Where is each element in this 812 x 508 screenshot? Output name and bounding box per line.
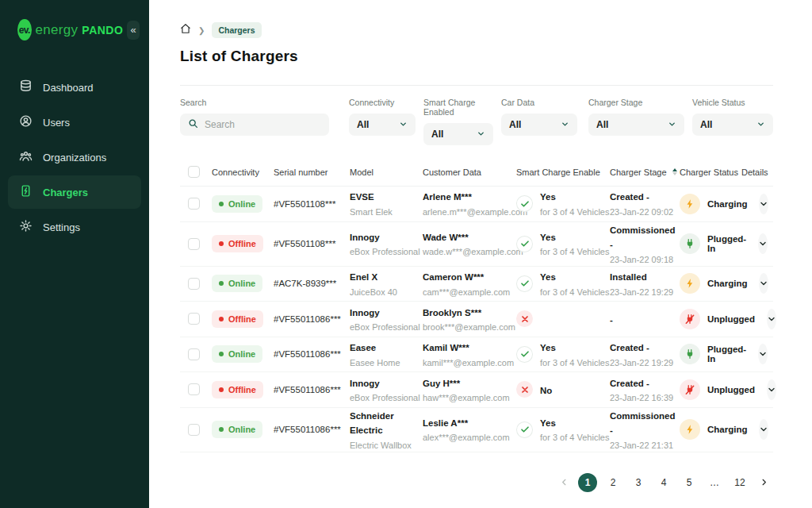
serial-number-cell: #VF5501108*** xyxy=(274,199,350,209)
pagination-page[interactable]: 1 xyxy=(578,473,597,492)
status-dot-icon xyxy=(219,202,224,206)
charger-status-cell: Charging xyxy=(680,273,741,294)
customer-data-cell: Wade W***wade.w***@example.com xyxy=(423,229,516,259)
dashboard-icon xyxy=(19,79,33,95)
search-input[interactable] xyxy=(205,119,321,130)
charger-stage-cell: Commissioned -23-Jan-22 09:18 xyxy=(610,222,680,266)
sidebar-item-label: Chargers xyxy=(43,187,88,198)
serial-number-cell: #VF55011086*** xyxy=(274,425,350,434)
connectivity-badge: Online xyxy=(212,195,262,213)
table-body: Online #VF5501108*** EVSESmart Elek Arle… xyxy=(180,187,773,452)
table-row: Online #VF55011086*** Schneider Electric… xyxy=(180,408,773,452)
select-all-checkbox[interactable] xyxy=(188,166,200,178)
row-checkbox[interactable] xyxy=(188,238,200,250)
sidebar-collapse-button[interactable]: « xyxy=(127,21,140,40)
header-charger-stage[interactable]: Charger Stage xyxy=(610,167,680,177)
vehicle-status-select[interactable]: All xyxy=(692,114,773,136)
connectivity-filter: Connectivity All xyxy=(349,98,416,145)
car-data-filter: Car Data All xyxy=(501,98,577,145)
sidebar-item-settings[interactable]: Settings xyxy=(8,210,141,244)
charger-status-icon xyxy=(680,309,700,329)
table-header-row: Connectivity Serial number Model Custome… xyxy=(180,158,773,187)
connectivity-badge: Online xyxy=(212,421,262,438)
row-checkbox[interactable] xyxy=(188,348,200,360)
table-row: Online #AC7K-8939*** Enel XJuiceBox 40 C… xyxy=(180,267,773,302)
logo-energy-text: energy xyxy=(36,22,79,38)
row-details-button[interactable] xyxy=(767,379,776,400)
search-icon xyxy=(188,117,198,132)
vehicle-status-filter-label: Vehicle Status xyxy=(692,98,773,107)
sidebar-item-organizations[interactable]: Organizations xyxy=(8,140,141,174)
sidebar-item-label: Dashboard xyxy=(43,82,94,94)
home-icon[interactable] xyxy=(180,23,191,37)
charger-status-cell: Unplugged xyxy=(680,309,741,329)
lightning-icon xyxy=(684,198,695,210)
pagination-page[interactable]: 3 xyxy=(629,473,648,492)
customer-data-cell: Kamil W***kamil***@example.com xyxy=(423,340,516,369)
sidebar-item-dashboard[interactable]: Dashboard xyxy=(8,71,141,104)
charger-status-cell: Charging xyxy=(680,419,741,440)
serial-number-cell: #VF55011086*** xyxy=(274,349,350,359)
table-row: Online #VF55011086*** EaseeEasee Home Ka… xyxy=(180,337,773,373)
chargers-icon xyxy=(19,184,33,200)
row-details-button[interactable] xyxy=(767,309,776,329)
smart-charge-icon xyxy=(516,421,533,438)
pagination: 12345…12 xyxy=(180,473,773,492)
search-box xyxy=(180,114,329,136)
connectivity-badge: Online xyxy=(212,345,262,363)
header-charger-status: Charger Status xyxy=(680,167,741,177)
charger-status-icon xyxy=(680,273,700,294)
charger-status-cell: Plugged-In xyxy=(680,233,741,254)
filters-bar: Search Connectivity All Smart Charge Ena… xyxy=(180,98,773,145)
customer-data-cell: Arlene M***arlene.m***@example.com xyxy=(423,189,516,218)
smart-charge-icon xyxy=(516,381,533,398)
pagination-prev-icon[interactable] xyxy=(556,473,572,492)
search-filter: Search xyxy=(180,98,329,145)
row-checkbox[interactable] xyxy=(188,198,200,210)
pagination-page[interactable]: 4 xyxy=(654,473,673,492)
breadcrumb: ❯ Chargers xyxy=(180,22,773,38)
table-row: Offline #VF55011086*** InnogyeBox Profes… xyxy=(180,372,773,408)
row-checkbox[interactable] xyxy=(188,278,200,290)
breadcrumb-current[interactable]: Chargers xyxy=(212,22,261,38)
header-model: Model xyxy=(350,167,423,177)
row-details-button[interactable] xyxy=(759,419,768,440)
model-cell: InnogyeBox Professional xyxy=(350,375,423,405)
connectivity-filter-label: Connectivity xyxy=(349,98,416,107)
smart-charge-cell: Yesfor 3 of 4 Vehicles xyxy=(516,229,610,259)
header-customer-data: Customer Data xyxy=(423,167,516,177)
smart-charge-cell: Yesfor 3 of 4 Vehicles xyxy=(516,340,610,369)
smart-charge-cell: Yesfor 3 of 4 Vehicles xyxy=(516,269,610,298)
car-data-select[interactable]: All xyxy=(501,114,577,136)
smart-charge-icon xyxy=(516,310,533,327)
pagination-page[interactable]: 12 xyxy=(730,473,749,492)
table-row: Offline #VF5501108*** InnogyeBox Profess… xyxy=(180,222,773,267)
connectivity-select[interactable]: All xyxy=(349,114,416,136)
serial-number-cell: #VF55011086*** xyxy=(274,314,350,324)
sidebar-item-chargers[interactable]: Chargers xyxy=(8,175,141,209)
sidebar-item-users[interactable]: Users xyxy=(8,106,141,139)
smart-charge-filter-label: Smart Charge Enabled xyxy=(423,98,493,117)
pagination-page[interactable]: 5 xyxy=(680,473,699,492)
row-details-button[interactable] xyxy=(759,194,768,214)
connectivity-cell: Online xyxy=(212,345,274,363)
row-details-button[interactable] xyxy=(759,273,768,294)
row-details-button[interactable] xyxy=(758,344,768,364)
charger-stage-filter: Charger Stage All xyxy=(588,98,684,145)
smart-charge-select[interactable]: All xyxy=(423,123,493,145)
charger-status-icon xyxy=(680,344,700,364)
pagination-page[interactable]: 2 xyxy=(603,473,622,492)
sort-icon[interactable] xyxy=(672,168,677,175)
row-details-button[interactable] xyxy=(758,233,768,254)
row-checkbox[interactable] xyxy=(188,383,200,395)
charger-stage-select[interactable]: All xyxy=(588,114,684,136)
sidebar-item-label: Settings xyxy=(43,221,80,233)
pagination-next-icon[interactable] xyxy=(756,473,772,492)
customer-data-cell: Guy H***haw***@example.com xyxy=(423,375,516,405)
settings-icon xyxy=(19,219,33,235)
row-checkbox[interactable] xyxy=(188,313,200,325)
plug-icon xyxy=(684,348,695,360)
row-checkbox[interactable] xyxy=(188,424,200,436)
connectivity-badge: Offline xyxy=(212,310,263,328)
breadcrumb-separator-icon: ❯ xyxy=(198,26,205,35)
